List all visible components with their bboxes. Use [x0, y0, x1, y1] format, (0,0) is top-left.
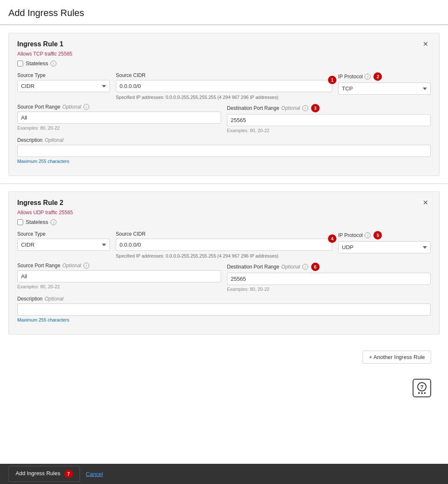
dest-port-input-2[interactable]: [227, 273, 431, 285]
dest-port-input-1[interactable]: [227, 114, 431, 126]
rule-card-2: Ingress Rule 2 ✕ Allows UDP traffic 2556…: [8, 191, 440, 335]
source-cidr-input-2[interactable]: [116, 239, 332, 251]
source-cidr-label-1: Source CIDR: [116, 72, 332, 78]
help-widget-inner: ?: [417, 382, 427, 394]
source-type-group-1: Source Type CIDR CIDR Block Service Netw…: [17, 72, 110, 92]
ip-protocol-info-icon-1[interactable]: i: [365, 74, 371, 80]
badge-6: 6: [311, 263, 320, 271]
rule-title-1: Ingress Rule 1: [17, 40, 63, 48]
source-type-label-1: Source Type: [17, 72, 110, 78]
rule-subtitle-2: Allows UDP traffic 25565: [17, 210, 431, 215]
form-row-source-1: Source Type CIDR CIDR Block Service Netw…: [17, 72, 431, 100]
source-port-examples-1: Examples: 80, 20-22: [17, 125, 221, 130]
stateless-row-2: Stateless i: [17, 219, 431, 225]
ip-protocol-select-1[interactable]: TCP UDP ICMP ICMPv6 All Protocols: [338, 82, 431, 95]
source-port-input-1[interactable]: [17, 112, 221, 124]
stateless-checkbox-1[interactable]: [17, 61, 23, 66]
source-type-select-1[interactable]: CIDR CIDR Block Service Network Security…: [17, 80, 110, 92]
dest-port-info-icon-2[interactable]: i: [302, 264, 308, 270]
badge-7: 7: [64, 470, 73, 478]
help-dots: [418, 392, 426, 394]
close-rule-1-button[interactable]: ✕: [420, 40, 431, 48]
source-port-label-1: Source Port Range Optional i: [17, 104, 221, 110]
page-header: Add Ingress Rules: [0, 0, 448, 25]
ip-protocol-select-2[interactable]: TCP UDP ICMP ICMPv6 All Protocols: [338, 241, 431, 253]
dest-port-info-icon-1[interactable]: i: [302, 105, 308, 111]
close-rule-2-button[interactable]: ✕: [420, 199, 431, 207]
source-port-info-icon-2[interactable]: i: [83, 263, 89, 269]
source-cidr-input-1[interactable]: [116, 80, 332, 92]
stateless-row-1: Stateless i: [17, 60, 431, 66]
ip-protocol-group-2: IP Protocol i 5 TCP UDP ICMP ICMPv6 All …: [338, 231, 431, 253]
stateless-checkbox-2[interactable]: [17, 219, 23, 225]
rule-subtitle-1: Allows TCP traffic 25565: [17, 51, 431, 57]
source-port-examples-2: Examples: 80, 20-22: [17, 284, 221, 289]
source-cidr-wrapper-2: 4: [116, 239, 332, 251]
dest-port-examples-1: Examples: 80, 20-22: [227, 128, 431, 133]
source-cidr-wrapper-1: 1: [116, 80, 332, 92]
source-port-group-1: Source Port Range Optional i Examples: 8…: [17, 104, 221, 130]
rule-header-2: Ingress Rule 2 ✕: [17, 199, 431, 207]
source-port-info-icon-1[interactable]: i: [83, 104, 89, 110]
help-widget[interactable]: ?: [413, 379, 431, 397]
source-cidr-label-2: Source CIDR: [116, 231, 332, 237]
ip-protocol-info-icon-2[interactable]: i: [365, 232, 371, 238]
page-title: Add Ingress Rules: [8, 8, 440, 19]
source-cidr-hint-1: Specified IP addresses: 0.0.0.0-255.255.…: [116, 95, 332, 100]
form-row-ports-2: Source Port Range Optional i Examples: 8…: [17, 263, 431, 292]
badge-1: 1: [328, 76, 336, 84]
help-dot-2: [421, 392, 423, 394]
source-port-label-2: Source Port Range Optional i: [17, 263, 221, 269]
form-row-ports-1: Source Port Range Optional i Examples: 8…: [17, 104, 431, 133]
source-cidr-hint-2: Specified IP addresses: 0.0.0.0-255.255.…: [116, 253, 332, 258]
rule-card-1: Ingress Rule 1 ✕ Allows TCP traffic 2556…: [8, 33, 440, 176]
max-chars-2: Maximum 255 characters: [17, 317, 431, 322]
help-circle-icon: ?: [417, 382, 427, 391]
source-cidr-group-2: Source CIDR 4 Specified IP addresses: 0.…: [116, 231, 332, 258]
dest-port-group-1: Destination Port Range Optional i 3 Exam…: [227, 104, 431, 133]
source-port-group-2: Source Port Range Optional i Examples: 8…: [17, 263, 221, 289]
rule-title-2: Ingress Rule 2: [17, 199, 63, 207]
description-input-1[interactable]: [17, 145, 431, 157]
source-port-input-2[interactable]: [17, 270, 221, 282]
stateless-info-icon-2[interactable]: i: [51, 219, 56, 225]
source-type-select-2[interactable]: CIDR CIDR Block Service Network Security…: [17, 239, 110, 251]
description-label-1: Description Optional: [17, 137, 431, 143]
cancel-button[interactable]: Cancel: [86, 471, 103, 477]
max-chars-1: Maximum 255 characters: [17, 159, 431, 164]
badge-2: 2: [373, 72, 382, 81]
form-row-desc-1: Description Optional Maximum 255 charact…: [17, 137, 431, 164]
dest-port-label-1: Destination Port Range Optional i 3: [227, 104, 431, 112]
description-group-2: Description Optional Maximum 255 charact…: [17, 296, 431, 322]
add-another-button[interactable]: + Another Ingress Rule: [363, 351, 431, 364]
stateless-label-1: Stateless: [26, 60, 48, 66]
description-group-1: Description Optional Maximum 255 charact…: [17, 137, 431, 164]
spacer: + Another Ingress Rule ?: [0, 342, 448, 427]
help-dot-3: [424, 392, 426, 394]
form-row-desc-2: Description Optional Maximum 255 charact…: [17, 296, 431, 322]
ip-protocol-label-2: IP Protocol i 5: [338, 231, 431, 239]
source-type-label-2: Source Type: [17, 231, 110, 237]
ip-protocol-group-1: IP Protocol i 2 TCP UDP ICMP ICMPv6 All …: [338, 72, 431, 95]
badge-3: 3: [311, 104, 320, 112]
stateless-info-icon-1[interactable]: i: [51, 61, 56, 66]
source-cidr-group-1: Source CIDR 1 Specified IP addresses: 0.…: [116, 72, 332, 100]
description-label-2: Description Optional: [17, 296, 431, 302]
dest-port-label-2: Destination Port Range Optional i 6: [227, 263, 431, 271]
rule-header-1: Ingress Rule 1 ✕: [17, 40, 431, 48]
ip-protocol-label-1: IP Protocol i 2: [338, 72, 431, 81]
badge-4: 4: [328, 234, 336, 243]
stateless-label-2: Stateless: [26, 219, 48, 225]
add-ingress-button[interactable]: Add Ingress Rules 7: [8, 466, 80, 482]
help-dot-1: [418, 392, 420, 394]
source-type-group-2: Source Type CIDR CIDR Block Service Netw…: [17, 231, 110, 251]
badge-5: 5: [373, 231, 382, 239]
dest-port-examples-2: Examples: 80, 20-22: [227, 287, 431, 292]
dest-port-group-2: Destination Port Range Optional i 6 Exam…: [227, 263, 431, 292]
description-input-2[interactable]: [17, 303, 431, 316]
main-content: Ingress Rule 1 ✕ Allows TCP traffic 2556…: [0, 25, 448, 427]
bottom-bar: Add Ingress Rules 7 Cancel: [0, 464, 448, 484]
form-row-source-2: Source Type CIDR CIDR Block Service Netw…: [17, 231, 431, 258]
